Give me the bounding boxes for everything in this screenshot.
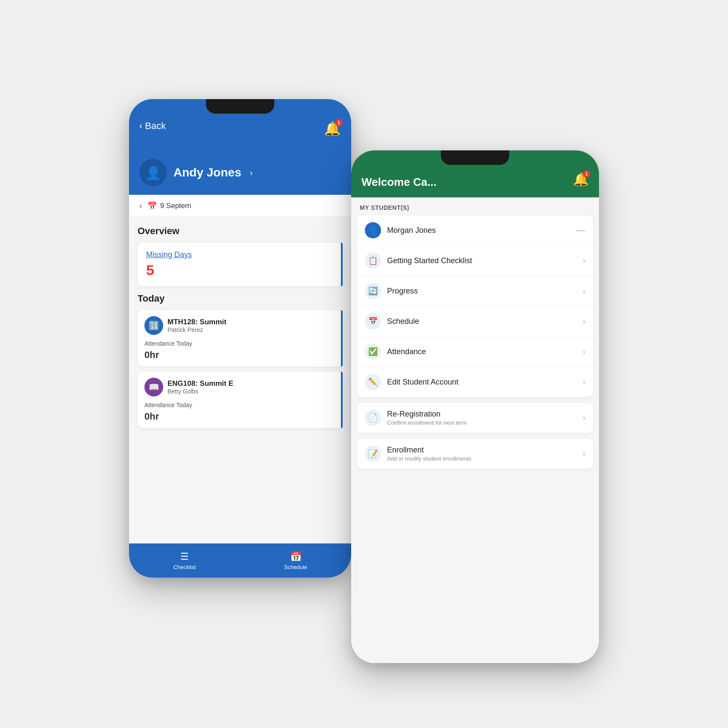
- prev-date-button[interactable]: ‹: [139, 201, 142, 211]
- card-divider: [341, 243, 343, 286]
- checklist-icon: ☰: [180, 551, 189, 562]
- phone-front-header: Welcome Ca... 🔔 1: [351, 150, 599, 197]
- phone-front: Welcome Ca... 🔔 1 MY STUDENT(S) 👤 Morgan…: [351, 150, 599, 663]
- teacher-name: Patrick Perez: [167, 326, 226, 333]
- user-chevron-icon[interactable]: ›: [250, 168, 253, 178]
- chevron-right-icon: ›: [583, 347, 585, 356]
- student-name: Morgan Jones: [387, 226, 570, 235]
- content-area: Overview Missing Days 5 Today 🔢 MTH128: …: [129, 217, 351, 543]
- enrollment-icon: 📝: [365, 446, 381, 462]
- item-sub: Confirm enrollment for next term: [387, 420, 577, 426]
- phone-back-header: ‹ Back 🔔 1: [129, 99, 351, 159]
- enrollment-group: 📝 Enrollment Add or modify student enrol…: [357, 439, 593, 469]
- item-text: Schedule: [387, 317, 577, 326]
- item-name: Progress: [387, 287, 577, 296]
- tab-checklist-label: Checklist: [173, 564, 196, 570]
- item-name: Enrollment: [387, 446, 577, 455]
- chevron-right-icon: ›: [583, 287, 585, 296]
- notification-bell-front[interactable]: 🔔 1: [573, 172, 589, 187]
- menu-item-attendance[interactable]: ✅ Attendance ›: [357, 337, 593, 367]
- date-display: 📅 9 Septem: [147, 201, 191, 211]
- chevron-right-icon: ›: [583, 449, 585, 458]
- attendance-label: Attendance Today: [144, 402, 336, 408]
- course-info: MTH128: Summit Patrick Perez: [167, 318, 226, 333]
- student-menu-group: 👤 Morgan Jones — 📋 Getting Started Check…: [357, 215, 593, 397]
- item-text: Edit Student Account: [387, 378, 577, 387]
- course-card-mth: 🔢 MTH128: Summit Patrick Perez Attendanc…: [138, 310, 343, 367]
- phone-back: ‹ Back 🔔 1 👤 Andy Jones › ‹ 📅 9 Sep: [129, 99, 351, 578]
- back-label: Back: [145, 120, 166, 132]
- back-button[interactable]: ‹ Back: [139, 120, 341, 132]
- bell-badge: 1: [335, 119, 343, 126]
- menu-item-progress[interactable]: 🔄 Progress ›: [357, 276, 593, 306]
- re-registration-group: 📄 Re-Registration Confirm enrollment for…: [357, 403, 593, 433]
- course-row: 🔢 MTH128: Summit Patrick Perez: [144, 316, 336, 335]
- chevron-left-icon: ‹: [139, 120, 142, 132]
- item-name: Re-Registration: [387, 410, 577, 419]
- missing-days-count: 5: [146, 262, 334, 279]
- missing-days-link[interactable]: Missing Days: [146, 250, 334, 259]
- chevron-right-icon: ›: [583, 414, 585, 423]
- chevron-right-icon: ›: [583, 256, 585, 265]
- date-bar: ‹ 📅 9 Septem: [129, 195, 351, 217]
- math-icon: 🔢: [144, 316, 163, 335]
- menu-item-re-registration[interactable]: 📄 Re-Registration Confirm enrollment for…: [357, 403, 593, 433]
- menu-item-getting-started[interactable]: 📋 Getting Started Checklist ›: [357, 246, 593, 276]
- schedule-icon: 📅: [365, 313, 381, 329]
- tab-checklist[interactable]: ☰ Checklist: [129, 543, 240, 578]
- course-row: 📖 ENG108: Summit E Betty Golbs: [144, 378, 336, 396]
- welcome-text: Welcome Ca...: [361, 176, 437, 189]
- card-divider-right: [341, 372, 343, 428]
- user-name: Andy Jones: [173, 166, 241, 179]
- scene: ‹ Back 🔔 1 👤 Andy Jones › ‹ 📅 9 Sep: [129, 65, 599, 663]
- tab-schedule[interactable]: 📅 Schedule: [240, 543, 351, 578]
- item-text: Progress: [387, 287, 577, 296]
- schedule-icon: 📅: [290, 551, 302, 562]
- today-title: Today: [138, 293, 343, 304]
- item-text: Enrollment Add or modify student enrollm…: [387, 446, 577, 462]
- item-name: Attendance: [387, 347, 577, 356]
- item-text: Getting Started Checklist: [387, 256, 577, 265]
- course-name: MTH128: Summit: [167, 318, 226, 326]
- item-sub: Add or modify student enrollments: [387, 455, 577, 462]
- chevron-right-icon: ›: [583, 317, 585, 326]
- dash-icon: —: [576, 225, 585, 236]
- notification-bell[interactable]: 🔔 1: [324, 120, 341, 137]
- attendance-val: 0hr: [144, 411, 336, 422]
- student-text: Morgan Jones: [387, 226, 570, 235]
- overview-title: Overview: [138, 226, 343, 237]
- card-divider-right: [341, 310, 343, 367]
- attendance-icon: ✅: [365, 343, 381, 360]
- missing-days-card: Missing Days 5: [138, 243, 343, 286]
- re-registration-icon: 📄: [365, 410, 381, 426]
- course-card-eng: 📖 ENG108: Summit E Betty Golbs Attendanc…: [138, 372, 343, 428]
- eng-icon: 📖: [144, 378, 163, 396]
- item-name: Edit Student Account: [387, 378, 577, 387]
- calendar-icon: 📅: [147, 201, 157, 211]
- item-text: Attendance: [387, 347, 577, 356]
- course-name: ENG108: Summit E: [167, 379, 233, 388]
- teacher-name: Betty Golbs: [167, 388, 233, 395]
- attendance-label: Attendance Today: [144, 340, 336, 347]
- attendance-val: 0hr: [144, 349, 336, 361]
- progress-icon: 🔄: [365, 283, 381, 299]
- chevron-right-icon: ›: [583, 378, 585, 387]
- course-info: ENG108: Summit E Betty Golbs: [167, 379, 233, 395]
- student-row[interactable]: 👤 Morgan Jones —: [357, 215, 593, 246]
- menu-item-edit-student[interactable]: ✏️ Edit Student Account ›: [357, 367, 593, 397]
- bell-badge-front: 1: [583, 170, 590, 178]
- tab-bar: ☰ Checklist 📅 Schedule: [129, 543, 351, 578]
- edit-icon: ✏️: [365, 374, 381, 390]
- item-text: Re-Registration Confirm enrollment for n…: [387, 410, 577, 426]
- menu-item-enrollment[interactable]: 📝 Enrollment Add or modify student enrol…: [357, 439, 593, 469]
- item-name: Schedule: [387, 317, 577, 326]
- my-students-label: MY STUDENT(S): [351, 197, 599, 215]
- item-name: Getting Started Checklist: [387, 256, 577, 265]
- avatar: 👤: [139, 159, 167, 186]
- tab-schedule-label: Schedule: [284, 564, 307, 570]
- user-row: 👤 Andy Jones ›: [129, 159, 351, 195]
- menu-item-schedule[interactable]: 📅 Schedule ›: [357, 306, 593, 337]
- checklist-icon: 📋: [365, 252, 381, 269]
- student-avatar-icon: 👤: [365, 222, 381, 238]
